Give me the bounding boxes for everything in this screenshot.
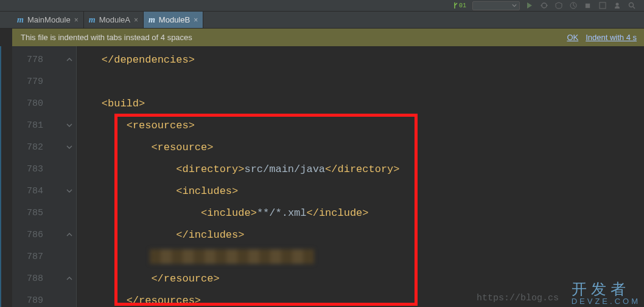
tab-label: ModuleA [99,15,130,24]
notification-message: This file is indented with tabs instead … [21,33,192,42]
gutter-line: 788 [12,267,77,289]
code-line[interactable]: <resources> [77,114,644,136]
code-line[interactable]: <include>**/*.xml</include> [77,202,644,224]
maven-file-icon: m [89,15,96,25]
debug-icon[interactable] [541,1,549,10]
code-area[interactable]: </dependencies> <build> <resources> <res… [77,46,644,307]
code-line[interactable] [77,246,644,267]
line-number-gutter: 778779780781782783784785786787788789 [12,46,77,307]
gutter-line: 786 [12,224,77,246]
left-stripe [0,46,1,307]
profile-icon[interactable] [570,1,578,10]
indent-notification: This file is indented with tabs instead … [12,29,644,46]
tool-icon-1[interactable] [599,1,607,10]
vcs-badge: 01 [452,2,466,9]
run-icon[interactable] [526,1,534,10]
code-line[interactable]: </resources> [77,289,644,307]
gutter-line: 787 [12,246,77,267]
svg-point-0 [542,3,547,8]
editor-tab-moduleb[interactable]: m ModuleB × [144,12,203,28]
gutter-line: 779 [12,71,77,92]
svg-point-6 [616,3,619,6]
close-icon[interactable]: × [134,16,138,24]
maven-file-icon: m [149,15,155,25]
gutter-line: 789 [12,289,77,307]
watermark-url: https://blog.cs [477,293,559,303]
fold-open-icon[interactable] [66,187,73,195]
fold-close-icon[interactable] [66,275,73,282]
coverage-icon[interactable] [555,1,564,10]
stop-icon[interactable] [584,1,593,10]
notification-indent-link[interactable]: Indent with 4 s [586,33,637,42]
code-line[interactable] [77,71,644,92]
avatar-icon[interactable] [614,1,622,10]
gutter-line: 785 [12,202,77,224]
gutter-line: 782 [12,136,77,158]
code-editor[interactable]: 778779780781782783784785786787788789 </d… [12,46,644,307]
code-line[interactable]: <build> [77,92,644,114]
tab-label: ModuleB [159,15,190,24]
redacted-content [150,249,314,264]
run-config-selector[interactable] [472,1,520,10]
search-icon[interactable] [628,1,637,10]
gutter-line: 783 [12,158,77,180]
fold-open-icon[interactable] [66,122,73,129]
watermark-logo: 开 发 者 DEVZE.COM [572,279,640,306]
code-line[interactable]: </includes> [77,224,644,246]
code-line[interactable]: </resource> [77,267,644,289]
svg-line-8 [633,7,635,9]
gutter-line: 780 [12,92,77,114]
editor-tab-modulea[interactable]: m ModuleA × [84,12,144,28]
gutter-line: 784 [12,180,77,202]
editor-tab-row: m MainModule × m ModuleA × m ModuleB × [0,12,644,29]
maven-file-icon: m [17,15,24,25]
svg-rect-4 [586,4,590,8]
gutter-line: 778 [12,49,77,71]
svg-rect-5 [600,2,606,9]
code-line[interactable]: </dependencies> [77,49,644,71]
close-icon[interactable]: × [194,16,198,24]
svg-point-7 [629,3,634,7]
fold-close-icon[interactable] [66,231,73,238]
fold-open-icon[interactable] [66,143,73,151]
tab-label: MainModule [27,15,71,24]
editor-tab-mainmodule[interactable]: m MainModule × [12,12,84,28]
close-icon[interactable]: × [74,16,79,24]
code-line[interactable]: <directory>src/main/java</directory> [77,158,644,180]
code-line[interactable]: <resource> [77,136,644,158]
code-line[interactable]: <includes> [77,180,644,202]
fold-close-icon[interactable] [66,56,73,63]
notification-ok-link[interactable]: OK [567,33,578,42]
top-toolbar: 01 [0,0,644,12]
gutter-line: 781 [12,114,77,136]
